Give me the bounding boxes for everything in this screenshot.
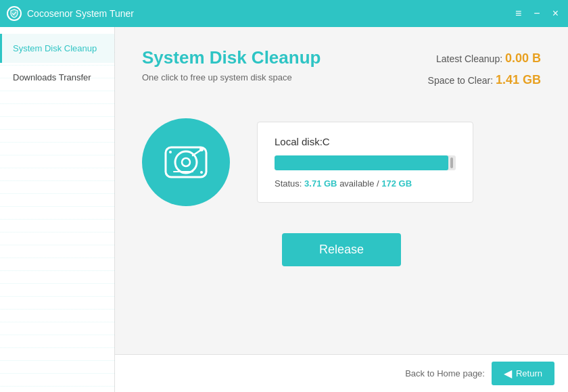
svg-point-5 [169,151,172,153]
disk-label: Local disk:C [275,136,456,147]
content-header: System Disk Cleanup One click to free up… [142,47,541,91]
space-to-clear-value: 1.41 GB [496,73,541,87]
hard-disk-icon [159,135,213,189]
disk-separator: available / [339,178,379,189]
svg-line-3 [193,150,201,155]
button-section: Release [142,233,541,266]
minimize-button[interactable]: − [531,7,542,20]
latest-cleanup-value: 0.00 B [505,51,541,65]
return-button[interactable]: ◀ Return [492,362,554,385]
disk-available: 3.71 GB [304,178,337,189]
title-bar: Cocosenor System Tuner ≡ − × [0,0,568,27]
page-subtitle: One click to free up system disk space [142,72,321,82]
return-arrow-icon: ◀ [504,367,512,380]
disk-bar-end-marker [450,157,453,168]
content-area: System Disk Cleanup One click to free up… [115,27,568,392]
window-controls: ≡ − × [513,7,561,20]
latest-cleanup-row: Latest Cleanup: 0.00 B [428,47,541,69]
return-button-label: Return [516,368,542,378]
release-button[interactable]: Release [282,233,401,266]
sidebar: System Disk Cleanup Downloads Transfer [0,27,115,392]
shield-icon [7,6,22,21]
disk-status-text: Status: 3.71 GB available / 172 GB [275,178,456,189]
sidebar-item-downloads-transfer[interactable]: Downloads Transfer [0,63,114,92]
page-title: System Disk Cleanup [142,47,321,68]
stats-block: Latest Cleanup: 0.00 B Space to Clear: 1… [428,47,541,91]
svg-point-4 [199,147,204,151]
svg-point-6 [200,171,203,174]
disk-bar-fill [275,155,448,170]
content-title-block: System Disk Cleanup One click to free up… [142,47,321,82]
disk-section: Local disk:C Status: 3.71 GB available /… [142,118,541,206]
sidebar-item-system-disk-cleanup[interactable]: System Disk Cleanup [0,34,114,63]
main-layout: System Disk Cleanup Downloads Transfer S… [0,27,568,392]
disk-total: 172 GB [381,178,412,189]
menu-button[interactable]: ≡ [513,7,524,20]
disk-icon-container [142,118,230,206]
bottom-bar: Back to Home page: ◀ Return [115,354,568,392]
svg-point-2 [182,158,190,166]
latest-cleanup-label: Latest Cleanup: [436,53,502,64]
close-button[interactable]: × [550,7,561,20]
back-home-label: Back to Home page: [405,368,485,378]
title-bar-left: Cocosenor System Tuner [7,6,134,21]
space-to-clear-label: Space to Clear: [428,75,494,86]
space-to-clear-row: Space to Clear: 1.41 GB [428,69,541,91]
app-title: Cocosenor System Tuner [27,8,134,19]
disk-info-box: Local disk:C Status: 3.71 GB available /… [257,122,473,203]
status-label: Status: [275,178,302,189]
disk-usage-bar [275,155,456,170]
